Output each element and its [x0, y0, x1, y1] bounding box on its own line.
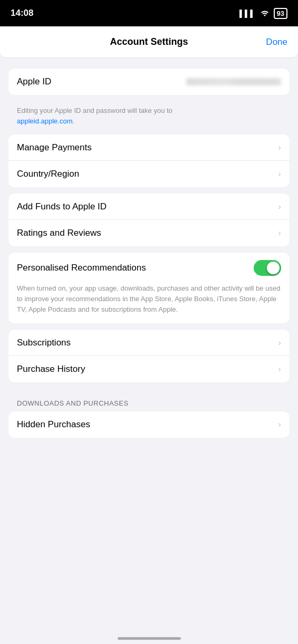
purchase-history-chevron: ›: [278, 364, 281, 374]
ratings-reviews-label: Ratings and Reviews: [17, 228, 101, 238]
country-region-label: Country/Region: [17, 169, 79, 179]
subscriptions-history-card: Subscriptions › Purchase History ›: [8, 330, 290, 382]
funds-ratings-card: Add Funds to Apple ID › Ratings and Revi…: [8, 194, 290, 246]
done-button[interactable]: Done: [266, 37, 287, 47]
apple-id-blurred-value: [186, 78, 281, 85]
status-time: 14:08: [11, 8, 33, 18]
manage-payments-row[interactable]: Manage Payments ›: [8, 134, 290, 161]
personalised-description: When turned on, your app usage, download…: [8, 283, 290, 323]
purchase-history-label: Purchase History: [17, 364, 85, 374]
main-content: Apple ID Editing your Apple ID and passw…: [0, 58, 298, 455]
subscriptions-label: Subscriptions: [17, 338, 71, 348]
manage-payments-label: Manage Payments: [17, 142, 92, 153]
status-icons: ▌▌▌ 93: [239, 8, 287, 19]
payments-country-card: Manage Payments › Country/Region ›: [8, 134, 290, 187]
hidden-purchases-label: Hidden Purchases: [17, 419, 90, 430]
country-region-chevron: ›: [278, 169, 281, 179]
apple-id-value-container: [186, 78, 281, 85]
ratings-reviews-chevron: ›: [278, 228, 281, 238]
apple-id-link[interactable]: appleid.apple.com: [17, 117, 73, 125]
signal-icon: ▌▌▌: [239, 9, 256, 17]
purchase-history-row[interactable]: Purchase History ›: [8, 356, 290, 382]
downloads-section-header: DOWNLOADS AND PURCHASES: [8, 389, 290, 411]
page-title: Account Settings: [110, 36, 188, 47]
add-funds-label: Add Funds to Apple ID: [17, 201, 107, 212]
hidden-purchases-row[interactable]: Hidden Purchases ›: [8, 411, 290, 438]
toggle-track: [254, 260, 281, 276]
personalised-recommendations-card: Personalised Recommendations When turned…: [8, 253, 290, 323]
country-region-row[interactable]: Country/Region ›: [8, 161, 290, 187]
hidden-purchases-chevron: ›: [278, 419, 281, 430]
navigation-bar: Account Settings Done: [0, 26, 298, 58]
add-funds-row[interactable]: Add Funds to Apple ID ›: [8, 194, 290, 220]
personalised-toggle[interactable]: [254, 260, 281, 276]
apple-id-card: Apple ID: [8, 69, 290, 95]
apple-id-helper: Editing your Apple ID and password will …: [8, 101, 290, 134]
ratings-reviews-row[interactable]: Ratings and Reviews ›: [8, 220, 290, 246]
personalised-row: Personalised Recommendations: [8, 253, 290, 283]
personalised-label: Personalised Recommendations: [17, 263, 146, 273]
battery-indicator: 93: [274, 8, 287, 19]
apple-id-row[interactable]: Apple ID: [8, 69, 290, 95]
toggle-thumb: [267, 262, 280, 274]
add-funds-chevron: ›: [278, 201, 281, 212]
subscriptions-chevron: ›: [278, 338, 281, 348]
home-indicator: [118, 637, 181, 640]
hidden-purchases-card: Hidden Purchases ›: [8, 411, 290, 438]
status-bar: 14:08 ▌▌▌ 93: [0, 0, 298, 26]
wifi-icon: [260, 9, 270, 18]
apple-id-label: Apple ID: [17, 76, 51, 87]
manage-payments-chevron: ›: [278, 142, 281, 153]
subscriptions-row[interactable]: Subscriptions ›: [8, 330, 290, 356]
